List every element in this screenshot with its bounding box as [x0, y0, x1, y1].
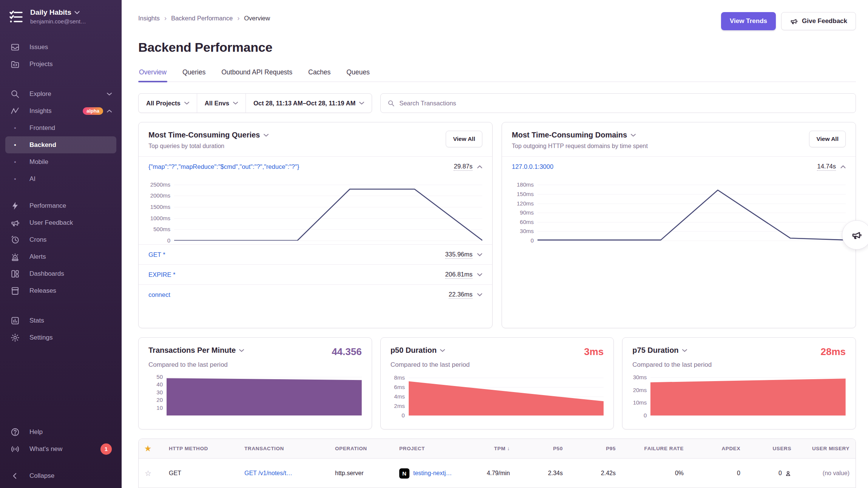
star-icon[interactable]: ★ [139, 444, 163, 453]
col-operation[interactable]: OPERATION [329, 446, 393, 451]
tab-queries[interactable]: Queries [182, 67, 206, 82]
star-toggle-icon[interactable]: ☆ [139, 469, 163, 478]
sidebar-item-user-feedback[interactable]: User Feedback [5, 214, 116, 231]
chevron-down-icon [107, 93, 112, 96]
sidebar-item-ai[interactable]: • AI [5, 170, 116, 187]
query-link[interactable]: connect [148, 291, 170, 298]
issues-icon [10, 42, 20, 52]
environment-filter[interactable]: All Envs [197, 94, 246, 113]
breadcrumb-insights[interactable]: Insights [138, 15, 160, 22]
search-transactions-box[interactable] [380, 93, 856, 113]
sidebar-item-help[interactable]: Help [5, 423, 116, 440]
give-feedback-button[interactable]: Give Feedback [781, 12, 856, 30]
org-switcher[interactable]: Daily Habits benjamin.coe@sent… [5, 8, 116, 26]
domain-link[interactable]: 127.0.0.1:3000 [512, 163, 553, 170]
megaphone-icon [10, 218, 20, 228]
y-axis-tick-label: 2500ms [150, 181, 170, 188]
p50-title-dropdown[interactable]: p50 Duration [391, 346, 445, 355]
floating-feedback-button[interactable] [842, 220, 868, 250]
tab-caches[interactable]: Caches [307, 67, 331, 82]
sidebar-item-insights[interactable]: Insights alpha [5, 102, 116, 119]
domain-total-time[interactable]: 14.74s [817, 163, 836, 171]
view-trends-button[interactable]: View Trends [721, 12, 776, 30]
domains-panel-title-dropdown[interactable]: Most Time-Consuming Domains [512, 131, 648, 139]
tab-queues[interactable]: Queues [346, 67, 370, 82]
query-total-time[interactable]: 206.81ms [445, 271, 473, 279]
query-total-time[interactable]: 22.36ms [449, 291, 473, 299]
sidebar-item-issues[interactable]: Issues [5, 39, 116, 56]
cell-transaction-link[interactable]: GET /v1/notes/t… [238, 470, 329, 477]
col-failure-rate[interactable]: FAILURE RATE [622, 446, 690, 451]
col-user-misery[interactable]: USER MISERY [797, 446, 856, 451]
queries-panel-title-dropdown[interactable]: Most Time-Consuming Queries [148, 131, 269, 139]
col-p50[interactable]: P50 [516, 446, 569, 451]
sidebar-item-stats[interactable]: Stats [5, 312, 116, 329]
chevron-up-icon[interactable] [840, 165, 846, 168]
table-row: ☆ GET GET /v1/notes/t… http.server N tes… [139, 459, 856, 488]
query-total-time[interactable]: 335.96ms [445, 251, 473, 259]
sidebar-item-mobile[interactable]: • Mobile [5, 153, 116, 170]
chevron-up-icon[interactable] [477, 165, 482, 168]
col-http-method[interactable]: HTTP METHOD [163, 446, 238, 451]
breadcrumb-backend-performance[interactable]: Backend Performance [171, 15, 233, 22]
domains-view-all-button[interactable]: View All [809, 131, 846, 147]
y-axis-tick-label: 20 [156, 397, 163, 403]
y-axis-tick-label: 8ms [394, 374, 405, 381]
y-axis-tick-label: 60ms [520, 219, 534, 225]
sidebar-item-settings[interactable]: Settings [5, 329, 116, 346]
y-axis-tick-label: 40 [156, 381, 163, 388]
chevron-down-icon[interactable] [477, 253, 482, 256]
y-axis-tick-label: 1000ms [150, 215, 170, 222]
sidebar-item-backend[interactable]: • Backend [5, 136, 116, 153]
sidebar-item-frontend[interactable]: • Frontend [5, 119, 116, 136]
cell-operation: http.server [329, 470, 393, 477]
sidebar-item-dashboards[interactable]: Dashboards [5, 265, 116, 282]
sidebar-item-explore[interactable]: Explore [5, 85, 116, 102]
sidebar-item-whats-new[interactable]: What's new 1 [5, 440, 116, 457]
cell-user-misery: (no value) [797, 470, 856, 477]
col-p95[interactable]: P95 [569, 446, 622, 451]
date-range-filter[interactable]: Oct 28, 11:13 AM–Oct 28, 11:19 AM [246, 94, 372, 113]
domains-panel-subtitle: Top outgoing HTTP request domains by tim… [512, 143, 648, 150]
chevron-down-icon[interactable] [477, 273, 482, 276]
project-filter[interactable]: All Projects [139, 94, 197, 113]
chevron-down-icon[interactable] [477, 293, 482, 297]
p50-subtitle: Compared to the last period [388, 361, 604, 369]
sidebar-item-releases[interactable]: Releases [5, 282, 116, 299]
y-axis-tick-label: 10ms [633, 399, 647, 406]
col-project[interactable]: PROJECT [393, 446, 478, 451]
col-apdex[interactable]: APDEX [690, 446, 746, 451]
p75-title-dropdown[interactable]: p75 Duration [632, 346, 687, 355]
page-filter-bar: All Projects All Envs Oct 28, 11:13 AM–O… [138, 93, 372, 113]
queries-view-all-button[interactable]: View All [446, 131, 482, 147]
query-link[interactable]: EXPIRE * [148, 271, 176, 278]
chevron-down-icon [239, 349, 244, 352]
queries-trend-chart: 2500ms2000ms1500ms1000ms500ms0 [139, 176, 492, 243]
sidebar-item-crons[interactable]: Crons [5, 231, 116, 248]
top-domain-row: 127.0.0.1:3000 14.74s [502, 157, 856, 176]
tab-bar: Overview Queries Outbound API Requests C… [138, 67, 856, 82]
sidebar-item-alerts[interactable]: Alerts [5, 248, 116, 265]
sidebar-collapse-button[interactable]: Collapse [5, 467, 116, 484]
query-link[interactable]: GET * [148, 251, 165, 258]
transactions-per-minute-card: Transactions Per Minute 44.356 Compared … [138, 337, 372, 429]
col-tpm-sorted[interactable]: TPM ↓ [478, 446, 516, 451]
y-axis-tick-label: 6ms [394, 384, 405, 391]
col-users[interactable]: USERS [746, 446, 797, 451]
y-axis-tick-label: 30ms [633, 374, 647, 381]
query-link[interactable]: {"map":"?","mapReduce":"$cmd","out":"?",… [148, 163, 299, 170]
project-link[interactable]: testing-nextj… [413, 470, 452, 477]
p50-trend-chart: 8ms6ms4ms2ms0 [388, 375, 604, 419]
tpm-title-dropdown[interactable]: Transactions Per Minute [148, 346, 244, 355]
sidebar-item-projects[interactable]: Projects [5, 56, 116, 73]
query-total-time[interactable]: 29.87s [454, 163, 473, 171]
sidebar-item-performance[interactable]: Performance [5, 197, 116, 214]
y-axis-tick-label: 30 [156, 389, 163, 396]
p75-value: 28ms [821, 346, 846, 358]
search-transactions-input[interactable] [399, 100, 849, 107]
col-transaction[interactable]: TRANSACTION [238, 446, 329, 451]
tab-overview[interactable]: Overview [138, 67, 167, 82]
p75-duration-card: p75 Duration 28ms Compared to the last p… [622, 337, 856, 429]
tab-outbound-api-requests[interactable]: Outbound API Requests [221, 67, 293, 82]
y-axis-tick-label: 180ms [517, 181, 534, 188]
